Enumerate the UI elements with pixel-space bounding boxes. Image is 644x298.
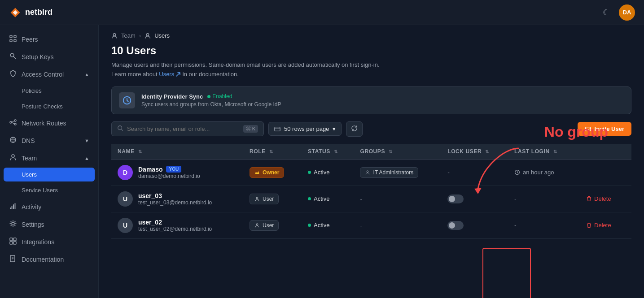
sidebar-label-setup-keys: Setup Keys	[22, 53, 54, 60]
sidebar-item-network-routes[interactable]: Network Routes	[0, 114, 98, 132]
col-status[interactable]: STATUS ⇅	[302, 144, 354, 160]
sidebar-item-integrations[interactable]: Integrations	[0, 233, 98, 250]
user-avatar-damaso: D	[118, 165, 133, 180]
user-email-damaso: damaso@demo.netbird.io	[138, 173, 200, 179]
page-header: 10 Users Manage users and their permissi…	[99, 43, 644, 86]
team-icon	[9, 154, 17, 162]
groups-empty-user02: -	[360, 222, 362, 229]
idp-title: Identity Provider Sync Enabled	[141, 93, 281, 100]
user-name-user03: user_03	[138, 192, 212, 199]
sidebar-item-posture-checks[interactable]: Posture Checks	[0, 99, 98, 114]
svg-point-28	[113, 33, 115, 35]
lock-toggle-user02[interactable]	[447, 221, 464, 230]
user-avatar[interactable]: DA	[619, 4, 635, 21]
sidebar-label-users: Users	[22, 171, 37, 178]
sidebar-item-service-users[interactable]: Service Users	[0, 182, 98, 198]
group-badge-it-admin[interactable]: IT Administrators	[360, 167, 418, 178]
toolbar: ⌘ K 50 rows per page ▾ Invite User	[99, 121, 644, 144]
you-badge: YOU	[166, 166, 181, 173]
peers-icon	[9, 35, 17, 43]
user-cell-damaso: D Damaso YOU damaso@demo.netbird.io	[111, 159, 243, 186]
breadcrumb-users: Users	[154, 32, 170, 39]
lock-toggle-user03[interactable]	[447, 194, 464, 203]
last-login-cell-user03: -	[508, 186, 576, 212]
rows-chevron-icon: ▾	[333, 125, 336, 132]
idp-description: Sync users and groups from Okta, Microso…	[141, 101, 281, 108]
lock-cell-user02[interactable]	[441, 212, 508, 238]
sidebar-item-documentation[interactable]: Documentation	[0, 250, 98, 268]
sidebar-item-activity[interactable]: Activity	[0, 198, 98, 216]
svg-point-7	[14, 120, 16, 121]
svg-point-38	[256, 197, 258, 199]
sidebar-item-setup-keys[interactable]: Setup Keys	[0, 48, 98, 65]
access-control-icon	[9, 70, 17, 78]
sidebar: Peers Setup Keys Access Control ▲ Polici…	[0, 25, 99, 298]
groups-cell-user02: -	[354, 212, 441, 238]
name-sort-icon: ⇅	[138, 149, 142, 154]
user-info-user03: user_03 test_user_03@demo.netbird.io	[138, 192, 212, 206]
col-role[interactable]: ROLE ⇅	[243, 144, 302, 160]
svg-point-14	[12, 155, 14, 157]
rows-per-page-label: 50 rows per page	[284, 125, 329, 132]
sidebar-item-access-control[interactable]: Access Control ▲	[0, 65, 98, 83]
sidebar-label-documentation: Documentation	[22, 256, 64, 263]
sidebar-item-users[interactable]: Users	[4, 168, 95, 181]
integrations-icon	[9, 238, 17, 246]
breadcrumb-team[interactable]: Team	[121, 32, 136, 39]
sidebar-item-policies[interactable]: Policies	[0, 83, 98, 99]
users-table: NAME ⇅ ROLE ⇅ STATUS ⇅	[111, 144, 631, 239]
svg-rect-15	[10, 207, 11, 209]
svg-rect-1	[14, 35, 16, 38]
role-cell-user02: User	[243, 212, 302, 238]
status-dot	[207, 95, 210, 98]
status-active: Active	[308, 195, 347, 202]
actions-cell-user02: Delete	[576, 212, 631, 238]
search-box[interactable]: ⌘ K	[111, 121, 264, 136]
app-logo[interactable]: netbird	[9, 6, 53, 19]
svg-line-32	[122, 130, 123, 131]
col-name[interactable]: NAME ⇅	[111, 144, 243, 160]
svg-point-8	[14, 123, 16, 125]
svg-point-6	[10, 121, 12, 123]
lock-cell-user03[interactable]	[441, 186, 508, 212]
sidebar-item-dns[interactable]: DNS ▼	[0, 132, 98, 149]
invite-user-label: Invite User	[595, 125, 624, 132]
role-user-badge: User	[250, 220, 279, 231]
user-avatar-user03: U	[118, 191, 133, 207]
rows-per-page-button[interactable]: 50 rows per page ▾	[268, 122, 342, 136]
col-last-login[interactable]: LAST LOGIN ⇅	[508, 144, 576, 160]
sidebar-item-team[interactable]: Team ▲	[0, 149, 98, 167]
dark-mode-toggle[interactable]: ☾	[601, 6, 612, 19]
svg-rect-16	[12, 206, 13, 209]
delete-button-user02[interactable]: Delete	[583, 220, 615, 230]
invite-user-button[interactable]: Invite User	[578, 122, 631, 136]
sidebar-label-peers: Peers	[22, 36, 38, 43]
groups-empty-user03: -	[360, 196, 362, 203]
sidebar-item-settings[interactable]: Settings	[0, 216, 98, 233]
search-icon	[117, 125, 123, 133]
delete-button-user03[interactable]: Delete	[583, 194, 615, 204]
team-chevron: ▲	[84, 155, 89, 161]
svg-rect-17	[13, 204, 14, 209]
svg-rect-35	[585, 127, 590, 131]
idp-banner[interactable]: Identity Provider Sync Enabled Sync user…	[111, 86, 631, 114]
search-input[interactable]	[127, 125, 240, 132]
sidebar-item-peers[interactable]: Peers	[0, 30, 98, 48]
col-lock-user[interactable]: LOCK USER ⇅	[441, 144, 508, 160]
svg-rect-23	[13, 242, 16, 244]
svg-rect-0	[10, 35, 12, 38]
refresh-button[interactable]	[346, 121, 363, 137]
users-doc-link[interactable]: Users	[159, 70, 181, 79]
network-routes-icon	[9, 119, 17, 127]
table-row: U user_03 test_user_03@demo.netbird.io	[111, 186, 631, 212]
user-avatar-user02: U	[118, 218, 133, 233]
active-dot	[308, 224, 311, 227]
user-name-damaso: Damaso YOU	[138, 166, 200, 173]
sidebar-label-service-users: Service Users	[22, 187, 58, 194]
svg-rect-3	[14, 39, 16, 42]
last-login-cell-damaso: an hour ago	[508, 159, 576, 186]
col-groups[interactable]: GROUPS ⇅	[354, 144, 441, 160]
search-shortcut: ⌘ K	[243, 125, 258, 133]
user-name-user02: user_02	[138, 219, 212, 226]
svg-line-9	[12, 121, 14, 123]
